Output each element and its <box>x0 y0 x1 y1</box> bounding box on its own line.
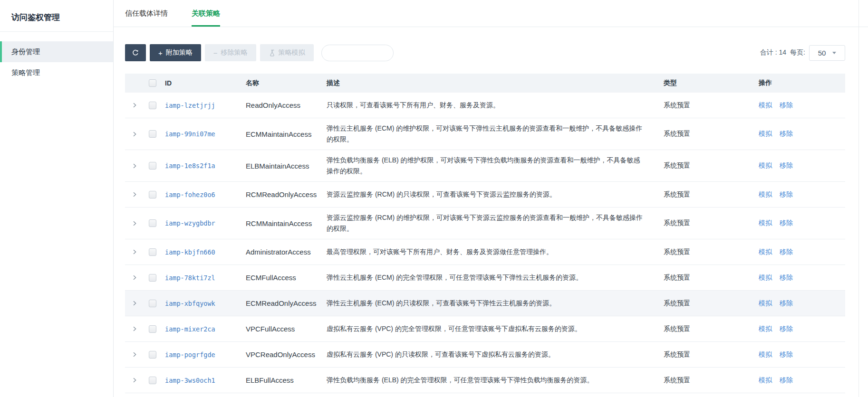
row-checkbox[interactable] <box>149 102 156 109</box>
table-header-row: ID 名称 描述 类型 操作 <box>125 74 845 93</box>
policy-id-link[interactable]: iamp-1e8s2f1a <box>161 162 242 170</box>
per-page-label: 每页: <box>790 48 805 57</box>
policy-id-link[interactable]: iamp-xbfqyowk <box>161 300 242 307</box>
pagination-info: 合计 : 14 每页: 50 <box>760 45 845 61</box>
chevron-right-icon <box>132 274 138 281</box>
remove-link[interactable]: 移除 <box>780 101 793 109</box>
sidebar-item-policy-management[interactable]: 策略管理 <box>0 62 113 83</box>
page-size-select[interactable]: 50 <box>809 45 845 61</box>
policy-id-link[interactable]: iamp-3ws0och1 <box>161 377 242 384</box>
remove-link[interactable]: 移除 <box>780 274 793 281</box>
remove-link[interactable]: 移除 <box>780 376 793 384</box>
simulate-link[interactable]: 模拟 <box>759 101 772 109</box>
remove-link[interactable]: 移除 <box>780 190 793 198</box>
tab-label: 关联策略 <box>192 9 220 18</box>
row-check-cell <box>144 130 161 138</box>
row-actions: 模拟 移除 <box>755 219 845 227</box>
table-row: iamp-wzygbdbr RCMMaintainAccess 资源云监控服务 … <box>125 208 845 239</box>
policy-type: 系统预置 <box>660 248 755 256</box>
tab-trust-carrier-details[interactable]: 信任载体详情 <box>125 0 168 27</box>
chevron-right-icon <box>132 102 138 108</box>
remove-link[interactable]: 移除 <box>780 161 793 169</box>
simulate-link[interactable]: 模拟 <box>759 219 772 227</box>
policy-type: 系统预置 <box>660 376 755 385</box>
policy-id-link[interactable]: iamp-mixer2ca <box>161 325 242 333</box>
policy-name: ECMReadOnlyAccess <box>242 299 323 307</box>
attach-policy-button[interactable]: + 附加策略 <box>150 44 201 61</box>
policy-name: ECMFullAccess <box>242 274 323 282</box>
policy-type: 系统预置 <box>660 274 755 282</box>
remove-link[interactable]: 移除 <box>780 350 793 358</box>
remove-link[interactable]: 移除 <box>780 248 793 255</box>
policy-id-link[interactable]: iamp-99ni07me <box>161 130 242 138</box>
scrollbar[interactable] <box>858 0 859 397</box>
expand-cell[interactable] <box>125 274 144 281</box>
sidebar: 访问鉴权管理 身份管理 策略管理 <box>0 0 114 397</box>
header-name: 名称 <box>242 79 323 87</box>
expand-cell[interactable] <box>125 300 144 306</box>
table-row: iamp-xbfqyowk ECMReadOnlyAccess 弹性云主机服务 … <box>125 291 845 316</box>
row-check-cell <box>144 219 161 227</box>
simulate-link[interactable]: 模拟 <box>759 350 772 358</box>
remove-link[interactable]: 移除 <box>780 299 793 307</box>
simulate-link[interactable]: 模拟 <box>759 130 772 137</box>
row-checkbox[interactable] <box>149 351 156 359</box>
policy-id-link[interactable]: iamp-wzygbdbr <box>161 219 242 227</box>
row-checkbox[interactable] <box>149 274 156 282</box>
table-row: iamp-1e8s2f1a ELBMaintainAccess 弹性负载均衡服务… <box>125 150 845 182</box>
row-actions: 模拟 移除 <box>755 325 845 333</box>
row-checkbox[interactable] <box>149 130 156 138</box>
refresh-button[interactable] <box>125 44 146 61</box>
row-checkbox[interactable] <box>149 377 156 384</box>
header-check-cell <box>144 79 161 87</box>
policy-description: 虚拟私有云服务 (VPC) 的完全管理权限，可任意管理该账号下虚拟私有云服务的资… <box>323 323 660 334</box>
chevron-right-icon <box>132 351 138 358</box>
simulate-link[interactable]: 模拟 <box>759 161 772 169</box>
sidebar-title: 访问鉴权管理 <box>0 0 113 32</box>
expand-cell[interactable] <box>125 102 144 108</box>
expand-cell[interactable] <box>125 377 144 383</box>
remove-link[interactable]: 移除 <box>780 130 793 137</box>
row-checkbox[interactable] <box>149 325 156 333</box>
expand-cell[interactable] <box>125 131 144 137</box>
search-input[interactable] <box>321 45 394 61</box>
policy-description: 弹性负载均衡服务 (ELB) 的完全管理权限，可任意管理该账号下弹性负载均衡服务… <box>323 375 660 386</box>
policy-id-link[interactable]: iamp-lzetjrjj <box>161 102 242 109</box>
simulate-link[interactable]: 模拟 <box>759 376 772 384</box>
tab-associated-policies[interactable]: 关联策略 <box>192 0 220 27</box>
expand-cell[interactable] <box>125 351 144 358</box>
policy-name: VPCReadOnlyAccess <box>242 350 323 359</box>
policy-id-link[interactable]: iamp-kbjfn660 <box>161 248 242 256</box>
expand-cell[interactable] <box>125 220 144 227</box>
expand-cell[interactable] <box>125 249 144 255</box>
chevron-right-icon <box>132 377 138 383</box>
row-checkbox[interactable] <box>149 191 156 198</box>
row-checkbox[interactable] <box>149 248 156 256</box>
simulate-link[interactable]: 模拟 <box>759 299 772 307</box>
simulate-link[interactable]: 模拟 <box>759 325 772 332</box>
toolbar: + 附加策略 − 移除策略 策略模拟 合计 : 14 每页: 50 <box>125 44 845 61</box>
row-checkbox[interactable] <box>149 300 156 307</box>
policy-id-link[interactable]: iamp-fohez0o6 <box>161 191 242 198</box>
sidebar-item-identity-management[interactable]: 身份管理 <box>0 41 113 62</box>
remove-policy-button[interactable]: − 移除策略 <box>205 44 256 61</box>
sidebar-menu: 身份管理 策略管理 <box>0 41 113 83</box>
expand-cell[interactable] <box>125 163 144 169</box>
simulate-link[interactable]: 模拟 <box>759 248 772 255</box>
row-actions: 模拟 移除 <box>755 101 845 110</box>
row-checkbox[interactable] <box>149 162 156 170</box>
simulate-link[interactable]: 模拟 <box>759 190 772 198</box>
remove-link[interactable]: 移除 <box>780 219 793 227</box>
row-actions: 模拟 移除 <box>755 161 845 170</box>
policy-id-link[interactable]: iamp-78kti7zl <box>161 274 242 282</box>
row-check-cell <box>144 191 161 198</box>
table-row: iamp-mixer2ca VPCFullAccess 虚拟私有云服务 (VPC… <box>125 316 845 342</box>
row-checkbox[interactable] <box>149 219 156 227</box>
expand-cell[interactable] <box>125 326 144 332</box>
remove-link[interactable]: 移除 <box>780 325 793 332</box>
expand-cell[interactable] <box>125 191 144 198</box>
policy-simulate-button[interactable]: 策略模拟 <box>260 44 314 61</box>
policy-id-link[interactable]: iamp-pogrfgde <box>161 351 242 359</box>
simulate-link[interactable]: 模拟 <box>759 274 772 281</box>
select-all-checkbox[interactable] <box>149 79 156 87</box>
